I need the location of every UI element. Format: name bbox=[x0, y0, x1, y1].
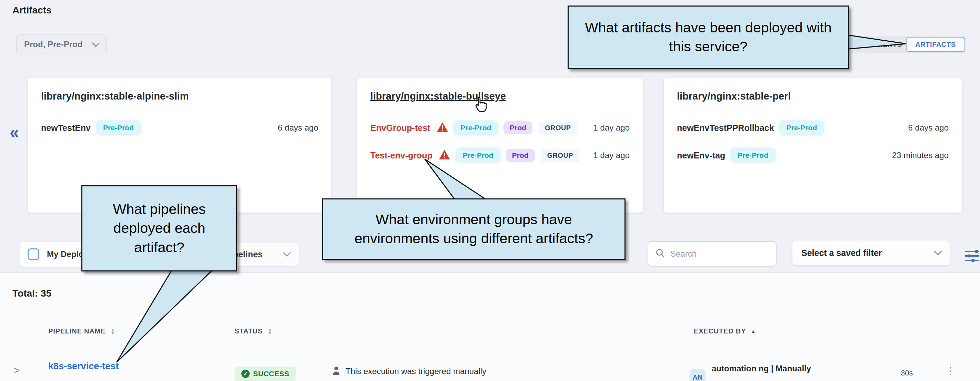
env-group-name[interactable]: Test-env-group bbox=[370, 151, 433, 160]
warning-icon bbox=[439, 149, 450, 161]
callout-text: What pipelines deployed each artifact? bbox=[92, 200, 227, 257]
preprod-badge: Pre-Prod bbox=[780, 121, 823, 134]
column-label: PIPELINE NAME bbox=[48, 327, 105, 335]
sort-ascending-icon[interactable]: ▲ bbox=[751, 328, 756, 334]
preprod-badge: Pre-Prod bbox=[457, 149, 500, 162]
tab-artifacts[interactable]: ARTIFACTS bbox=[906, 37, 965, 52]
pipeline-link[interactable]: k8s-service-test bbox=[48, 361, 119, 372]
search-field bbox=[648, 241, 776, 267]
deploy-time: 6 days ago bbox=[908, 123, 949, 133]
env-type-filter-value: Prod, Pre-Prod bbox=[24, 40, 83, 49]
env-name: newEnv-tag bbox=[677, 151, 725, 160]
check-icon: ✓ bbox=[241, 370, 250, 378]
saved-filter-dropdown[interactable]: Select a saved filter bbox=[792, 240, 950, 265]
chevron-down-icon bbox=[92, 39, 100, 47]
view-toggle: ENVIRONMENTS ARTIFACTS bbox=[840, 36, 966, 53]
column-header-status[interactable]: STATUS ▲▼ bbox=[234, 327, 273, 335]
callout-pipelines-question: What pipelines deployed each artifact? bbox=[81, 185, 237, 271]
expand-row-icon[interactable]: > bbox=[14, 365, 20, 376]
env-group-row: EnvGroup-test Pre-Prod Prod GROUP 1 day … bbox=[370, 121, 630, 134]
trigger-note: This execution was triggered manually bbox=[332, 366, 486, 377]
env-group-name[interactable]: EnvGroup-test bbox=[370, 123, 430, 133]
column-header-pipeline-name[interactable]: PIPELINE NAME ▲▼ bbox=[48, 327, 116, 335]
row-menu-icon[interactable]: ⋮ bbox=[945, 365, 955, 376]
preprod-badge: Pre-Prod bbox=[731, 149, 775, 162]
chevron-down-icon bbox=[283, 249, 291, 257]
deploy-time: 1 day ago bbox=[593, 151, 630, 160]
env-row: newEnv-tag Pre-Prod 23 minutes ago bbox=[677, 149, 949, 162]
avatar: AN bbox=[690, 369, 706, 381]
trigger-note-text: This execution was triggered manually bbox=[345, 367, 486, 376]
status-badge: ✓ SUCCESS bbox=[234, 367, 296, 381]
sort-icon[interactable]: ▲▼ bbox=[110, 328, 116, 334]
prod-badge: Prod bbox=[503, 121, 532, 134]
env-name: newEnvTestPPRollback bbox=[677, 123, 774, 133]
callout-env-groups-question: What environment groups have environment… bbox=[322, 198, 625, 260]
deployments-table-section bbox=[0, 272, 980, 381]
duration: 30s bbox=[901, 368, 913, 378]
artifact-title: library/nginx:stable-perl bbox=[677, 90, 949, 102]
group-badge: GROUP bbox=[541, 149, 579, 162]
chevron-down-icon bbox=[934, 248, 942, 256]
artifact-card: library/nginx:stable-perl newEnvTestPPRo… bbox=[664, 78, 962, 213]
deploy-time: 1 day ago bbox=[593, 123, 630, 133]
env-group-row: Test-env-group Pre-Prod Prod GROUP 1 day… bbox=[370, 149, 630, 162]
artifact-title-link[interactable]: library/nginx:stable-bullseye bbox=[370, 90, 630, 102]
filter-settings-icon[interactable] bbox=[964, 249, 980, 265]
column-label: EXECUTED BY bbox=[694, 327, 746, 335]
callout-text: What artifacts have been deployed with t… bbox=[578, 18, 838, 57]
env-row: newTestEnv Pre-Prod 6 days ago bbox=[41, 121, 318, 134]
column-header-executed-by[interactable]: EXECUTED BY ▲ bbox=[694, 327, 756, 335]
my-deployments-checkbox[interactable] bbox=[28, 248, 39, 260]
search-input[interactable] bbox=[670, 249, 760, 259]
env-row: newEnvTestPPRollback Pre-Prod 6 days ago bbox=[677, 121, 949, 134]
artifact-title: library/nginx:stable-alpine-slim bbox=[41, 90, 318, 102]
env-name: newTestEnv bbox=[41, 123, 91, 133]
group-badge: GROUP bbox=[539, 122, 577, 134]
hand-cursor-icon bbox=[473, 96, 488, 114]
prod-badge: Prod bbox=[506, 149, 535, 162]
preprod-badge: Pre-Prod bbox=[97, 121, 140, 134]
saved-filter-label: Select a saved filter bbox=[801, 248, 882, 258]
tab-environments[interactable]: ENVIRONMENTS bbox=[840, 41, 906, 49]
sort-icon[interactable]: ▲▼ bbox=[267, 328, 273, 334]
status-label: SUCCESS bbox=[253, 370, 289, 378]
executed-by-text: automation ng | Manually bbox=[712, 364, 811, 373]
page-title: Artifacts bbox=[13, 5, 52, 16]
warning-icon bbox=[437, 122, 448, 134]
column-label: STATUS bbox=[234, 327, 263, 335]
total-count: Total: 35 bbox=[13, 288, 51, 299]
callout-text: What environment groups have environment… bbox=[333, 210, 615, 248]
collapse-panel-icon[interactable]: « bbox=[10, 123, 19, 141]
person-icon bbox=[332, 366, 341, 377]
deploy-time: 6 days ago bbox=[278, 123, 318, 133]
deploy-time: 23 minutes ago bbox=[892, 151, 949, 160]
env-type-filter-dropdown[interactable]: Prod, Pre-Prod bbox=[16, 35, 107, 54]
preprod-badge: Pre-Prod bbox=[455, 121, 498, 134]
artifact-card: library/nginx:stable-bullseye EnvGroup-t… bbox=[357, 78, 643, 213]
callout-artifacts-question: What artifacts have been deployed with t… bbox=[568, 5, 849, 69]
search-icon bbox=[655, 248, 665, 260]
